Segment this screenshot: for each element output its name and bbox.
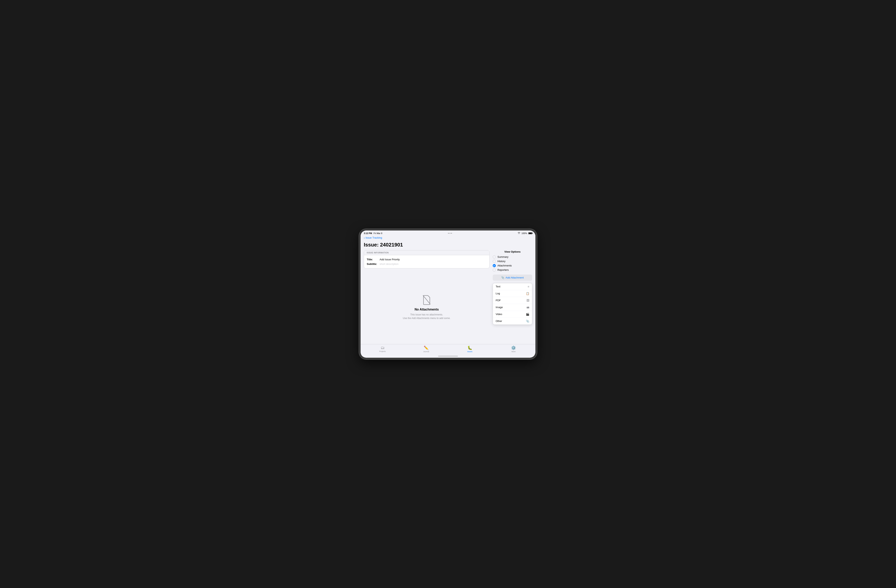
tab-label-projects: Projects <box>379 350 386 352</box>
main-content: ‹ Issue Tracking Issue: 24021901 ISSUE I… <box>361 235 535 344</box>
tab-item-journal[interactable]: ✏️Journal <box>420 345 432 352</box>
issue-info-card: ISSUE INFORMATION Title: Add Issue Prior… <box>364 250 489 269</box>
dropdown-item-pdf[interactable]: PDF🖼 <box>493 297 532 304</box>
dropdown-icon-image: 🏔 <box>526 306 529 309</box>
status-center <box>448 233 452 234</box>
radio-circle-reporters <box>493 269 496 272</box>
dropdown-item-video[interactable]: Video🎬 <box>493 311 532 318</box>
title-value: Add Issue Priority <box>379 258 400 261</box>
tab-icon-projects: 🗂 <box>381 345 384 350</box>
battery-percent: 100% <box>521 232 527 234</box>
empty-state: No Attachments This issue has no attachm… <box>364 271 489 344</box>
dropdown-label-log: Log <box>496 292 500 295</box>
radio-circle-attachments <box>493 264 496 267</box>
dropdown-item-text[interactable]: Text≡ <box>493 283 532 290</box>
content-body: ISSUE INFORMATION Title: Add Issue Prior… <box>361 250 535 344</box>
dropdown-label-pdf: PDF <box>496 299 501 302</box>
title-label: Title: <box>367 258 379 261</box>
status-right: 100% <box>518 232 532 234</box>
issue-card-header: ISSUE INFORMATION <box>364 251 489 255</box>
main-area: ISSUE INFORMATION Title: Add Issue Prior… <box>364 250 489 344</box>
screen: 3:12 PM Fri Mar 8 100% <box>361 231 535 358</box>
tab-icon-journal: ✏️ <box>424 345 429 350</box>
home-indicator <box>361 355 535 358</box>
view-option-attachments[interactable]: Attachments <box>493 263 532 268</box>
wifi-icon <box>518 232 520 234</box>
view-options: View Options SummaryHistoryAttachmentsRe… <box>493 250 532 272</box>
tab-item-projects[interactable]: 🗂Projects <box>376 345 389 352</box>
dropdown-label-video: Video <box>496 313 502 316</box>
subtitle-field-row: Subtitle: short description <box>367 262 486 266</box>
status-time: 3:12 PM <box>364 232 372 234</box>
page-title: Issue: 24021901 <box>361 241 535 250</box>
add-attachment-button[interactable]: 📎 Add Attachment <box>493 275 532 281</box>
dropdown-item-log[interactable]: Log📋 <box>493 290 532 297</box>
issue-card-body: Title: Add Issue Priority Subtitle: shor… <box>364 255 489 268</box>
dropdown-label-image: Image <box>496 306 503 309</box>
radio-label-reporters: Reporters <box>497 269 509 271</box>
title-field-row: Title: Add Issue Priority <box>367 257 486 262</box>
dropdown-item-other[interactable]: Other📎 <box>493 318 532 325</box>
tab-item-issues[interactable]: 🐛Issues <box>464 345 476 352</box>
subtitle-placeholder[interactable]: short description <box>379 263 398 266</box>
dropdown-label-text: Text <box>496 285 500 288</box>
dropdown-icon-other: 📎 <box>526 319 529 323</box>
tab-label-more: More <box>512 351 516 352</box>
status-bar: 3:12 PM Fri Mar 8 100% <box>361 231 535 235</box>
attachment-dropdown-menu: Text≡Log📋PDF🖼Image🏔Video🎬Other📎 <box>493 283 532 325</box>
radio-circle-summary <box>493 255 496 258</box>
status-date: Fri Mar 8 <box>374 232 382 234</box>
no-attachments-icon <box>422 295 431 306</box>
tab-bar: 🗂Projects✏️Journal🐛Issues⚙️More <box>361 344 535 355</box>
radio-circle-history <box>493 260 496 263</box>
ipad-device: 3:12 PM Fri Mar 8 100% <box>359 229 537 359</box>
radio-label-history: History <box>497 260 505 263</box>
back-label: Issue Tracking <box>366 236 382 239</box>
paperclip-icon: 📎 <box>501 276 504 279</box>
dropdown-label-other: Other <box>496 319 502 322</box>
empty-line1: This issue has no attachments. <box>410 313 443 316</box>
dropdown-icon-text: ≡ <box>528 285 529 288</box>
tab-item-more[interactable]: ⚙️More <box>508 345 520 352</box>
back-chevron-icon: ‹ <box>364 236 365 239</box>
back-button[interactable]: ‹ Issue Tracking <box>364 236 532 239</box>
radio-label-summary: Summary <box>497 255 509 258</box>
right-sidebar: View Options SummaryHistoryAttachmentsRe… <box>493 250 532 344</box>
view-options-list: SummaryHistoryAttachmentsReporters <box>493 255 532 272</box>
view-option-reporters[interactable]: Reporters <box>493 268 532 272</box>
dropdown-icon-video: 🎬 <box>526 313 529 316</box>
dropdown-icon-pdf: 🖼 <box>526 299 529 302</box>
empty-title: No Attachments <box>414 308 439 311</box>
home-bar <box>438 356 458 357</box>
tab-icon-more: ⚙️ <box>511 345 516 350</box>
empty-line2: Use the Add Attachments menu to add some… <box>403 317 451 319</box>
empty-desc: This issue has no attachments. Use the A… <box>403 313 451 320</box>
add-attachment-label: Add Attachment <box>506 276 524 279</box>
radio-label-attachments: Attachments <box>497 264 512 267</box>
battery-fill <box>529 232 532 234</box>
tab-icon-issues: 🐛 <box>467 345 472 350</box>
dropdown-item-image[interactable]: Image🏔 <box>493 304 532 311</box>
dot2 <box>450 233 450 234</box>
dropdown-icon-log: 📋 <box>526 292 529 295</box>
dot1 <box>448 233 449 234</box>
tab-label-journal: Journal <box>423 351 429 352</box>
view-option-summary[interactable]: Summary <box>493 255 532 259</box>
view-option-history[interactable]: History <box>493 259 532 263</box>
battery-icon <box>528 232 532 234</box>
tab-label-issues: Issues <box>467 351 472 352</box>
view-options-title: View Options <box>493 250 532 253</box>
dot3 <box>451 233 452 234</box>
nav-bar: ‹ Issue Tracking <box>361 235 535 241</box>
subtitle-label: Subtitle: <box>367 263 379 266</box>
